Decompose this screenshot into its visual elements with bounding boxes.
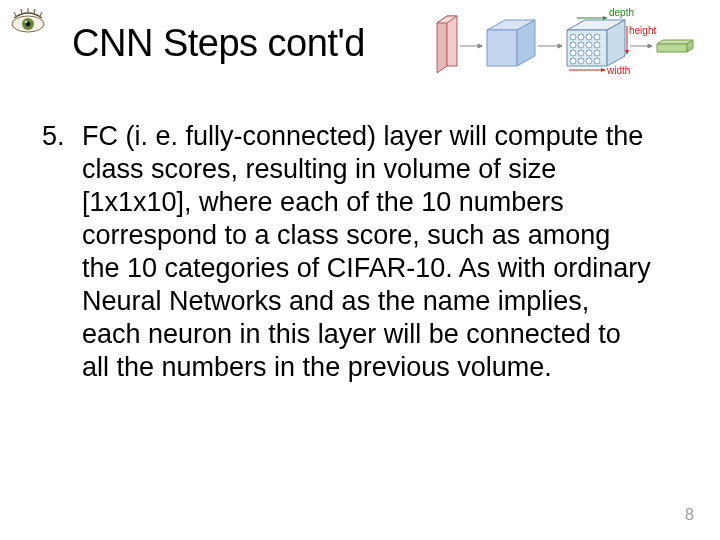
svg-marker-39: [478, 44, 482, 48]
svg-point-21: [570, 50, 576, 56]
svg-marker-8: [487, 30, 517, 66]
svg-marker-41: [558, 44, 562, 48]
list-text: FC (i. e. fully-connected) layer will co…: [82, 120, 654, 384]
svg-marker-4: [437, 16, 447, 73]
cnn-diagram-icon: depth height width: [432, 8, 702, 78]
svg-point-15: [586, 34, 592, 40]
slide: CNN Steps cont'd: [0, 0, 720, 540]
height-label: height: [629, 25, 656, 36]
list-item: 5.FC (i. e. fully-connected) layer will …: [42, 120, 660, 384]
svg-marker-43: [648, 44, 652, 48]
depth-label: depth: [609, 8, 634, 18]
svg-marker-36: [657, 44, 687, 52]
svg-point-3: [25, 21, 27, 23]
svg-point-26: [578, 58, 584, 64]
page-number: 8: [685, 506, 694, 524]
svg-point-16: [594, 34, 600, 40]
svg-marker-32: [625, 50, 629, 54]
svg-point-24: [594, 50, 600, 56]
svg-point-13: [570, 34, 576, 40]
svg-point-14: [578, 34, 584, 40]
svg-point-19: [586, 42, 592, 48]
svg-marker-30: [603, 16, 607, 20]
svg-point-28: [594, 58, 600, 64]
page-title: CNN Steps cont'd: [72, 22, 365, 65]
svg-point-23: [586, 50, 592, 56]
svg-point-17: [570, 42, 576, 48]
svg-point-22: [578, 50, 584, 56]
list-number: 5.: [42, 120, 82, 153]
svg-point-20: [594, 42, 600, 48]
svg-point-27: [586, 58, 592, 64]
svg-point-25: [570, 58, 576, 64]
svg-marker-5: [447, 16, 457, 66]
svg-marker-34: [601, 68, 605, 72]
eye-logo-icon: [8, 6, 48, 34]
width-label: width: [606, 65, 630, 76]
svg-point-18: [578, 42, 584, 48]
